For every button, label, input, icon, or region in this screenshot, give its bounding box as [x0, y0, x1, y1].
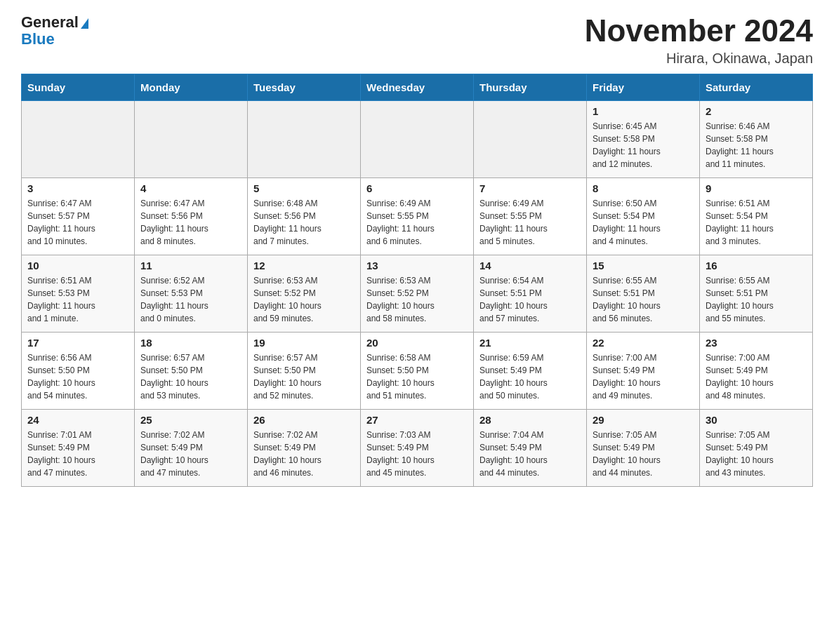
calendar-body: 1Sunrise: 6:45 AM Sunset: 5:58 PM Daylig…	[22, 101, 813, 487]
calendar-cell: 4Sunrise: 6:47 AM Sunset: 5:56 PM Daylig…	[135, 178, 248, 255]
day-number: 9	[706, 182, 807, 194]
calendar-cell: 5Sunrise: 6:48 AM Sunset: 5:56 PM Daylig…	[248, 178, 361, 255]
calendar-cell: 14Sunrise: 6:54 AM Sunset: 5:51 PM Dayli…	[474, 255, 587, 333]
day-info: Sunrise: 7:05 AM Sunset: 5:49 PM Dayligh…	[593, 429, 694, 479]
day-info: Sunrise: 6:55 AM Sunset: 5:51 PM Dayligh…	[593, 274, 694, 325]
day-info: Sunrise: 6:59 AM Sunset: 5:49 PM Dayligh…	[479, 351, 581, 402]
day-info: Sunrise: 6:45 AM Sunset: 5:58 PM Dayligh…	[593, 120, 694, 170]
day-number: 29	[593, 414, 694, 426]
calendar-cell: 11Sunrise: 6:52 AM Sunset: 5:53 PM Dayli…	[135, 255, 248, 333]
day-number: 22	[593, 337, 694, 349]
day-info: Sunrise: 7:01 AM Sunset: 5:49 PM Dayligh…	[27, 429, 128, 479]
calendar-cell: 2Sunrise: 6:46 AM Sunset: 5:58 PM Daylig…	[700, 101, 813, 178]
day-info: Sunrise: 6:47 AM Sunset: 5:57 PM Dayligh…	[27, 197, 128, 248]
col-tuesday: Tuesday	[248, 74, 361, 101]
calendar-week-row: 3Sunrise: 6:47 AM Sunset: 5:57 PM Daylig…	[22, 178, 813, 255]
day-number: 16	[706, 260, 807, 271]
day-info: Sunrise: 6:57 AM Sunset: 5:50 PM Dayligh…	[253, 351, 355, 402]
day-number: 30	[706, 414, 807, 426]
calendar-cell: 25Sunrise: 7:02 AM Sunset: 5:49 PM Dayli…	[135, 410, 248, 487]
day-number: 10	[27, 260, 128, 271]
day-info: Sunrise: 6:51 AM Sunset: 5:53 PM Dayligh…	[27, 274, 128, 325]
day-number: 19	[253, 337, 355, 349]
day-info: Sunrise: 7:02 AM Sunset: 5:49 PM Dayligh…	[253, 429, 355, 479]
day-number: 3	[27, 182, 128, 194]
col-wednesday: Wednesday	[361, 74, 474, 101]
day-number: 5	[253, 182, 355, 194]
calendar-cell: 16Sunrise: 6:55 AM Sunset: 5:51 PM Dayli…	[700, 255, 813, 333]
day-info: Sunrise: 6:51 AM Sunset: 5:54 PM Dayligh…	[706, 197, 807, 248]
calendar-cell	[474, 101, 587, 178]
day-info: Sunrise: 6:47 AM Sunset: 5:56 PM Dayligh…	[140, 197, 241, 248]
calendar-cell: 6Sunrise: 6:49 AM Sunset: 5:55 PM Daylig…	[361, 178, 474, 255]
calendar-week-row: 10Sunrise: 6:51 AM Sunset: 5:53 PM Dayli…	[22, 255, 813, 333]
calendar-cell: 15Sunrise: 6:55 AM Sunset: 5:51 PM Dayli…	[587, 255, 700, 333]
day-number: 15	[593, 260, 694, 271]
day-info: Sunrise: 7:03 AM Sunset: 5:49 PM Dayligh…	[366, 429, 468, 479]
logo: General Blue	[21, 14, 88, 48]
day-info: Sunrise: 7:05 AM Sunset: 5:49 PM Dayligh…	[706, 429, 807, 479]
day-number: 20	[366, 337, 468, 349]
calendar-cell: 9Sunrise: 6:51 AM Sunset: 5:54 PM Daylig…	[700, 178, 813, 255]
calendar-cell: 24Sunrise: 7:01 AM Sunset: 5:49 PM Dayli…	[22, 410, 135, 487]
day-info: Sunrise: 6:57 AM Sunset: 5:50 PM Dayligh…	[140, 351, 241, 402]
day-info: Sunrise: 6:53 AM Sunset: 5:52 PM Dayligh…	[253, 274, 355, 325]
calendar-header-row: Sunday Monday Tuesday Wednesday Thursday…	[22, 74, 813, 101]
day-info: Sunrise: 6:46 AM Sunset: 5:58 PM Dayligh…	[706, 120, 807, 170]
calendar-cell: 23Sunrise: 7:00 AM Sunset: 5:49 PM Dayli…	[700, 333, 813, 410]
calendar-cell	[361, 101, 474, 178]
calendar-cell: 20Sunrise: 6:58 AM Sunset: 5:50 PM Dayli…	[361, 333, 474, 410]
day-info: Sunrise: 7:00 AM Sunset: 5:49 PM Dayligh…	[593, 351, 694, 402]
calendar-week-row: 1Sunrise: 6:45 AM Sunset: 5:58 PM Daylig…	[22, 101, 813, 178]
calendar-table: Sunday Monday Tuesday Wednesday Thursday…	[21, 74, 813, 487]
logo-general-text: General	[21, 14, 88, 31]
location-label: Hirara, Okinawa, Japan	[585, 51, 813, 67]
day-number: 2	[706, 105, 807, 117]
calendar-cell: 10Sunrise: 6:51 AM Sunset: 5:53 PM Dayli…	[22, 255, 135, 333]
day-info: Sunrise: 6:55 AM Sunset: 5:51 PM Dayligh…	[706, 274, 807, 325]
calendar-cell: 8Sunrise: 6:50 AM Sunset: 5:54 PM Daylig…	[587, 178, 700, 255]
calendar-cell	[248, 101, 361, 178]
day-number: 17	[27, 337, 128, 349]
day-number: 12	[253, 260, 355, 271]
calendar-cell: 18Sunrise: 6:57 AM Sunset: 5:50 PM Dayli…	[135, 333, 248, 410]
calendar-cell: 30Sunrise: 7:05 AM Sunset: 5:49 PM Dayli…	[700, 410, 813, 487]
calendar-week-row: 17Sunrise: 6:56 AM Sunset: 5:50 PM Dayli…	[22, 333, 813, 410]
calendar-cell: 3Sunrise: 6:47 AM Sunset: 5:57 PM Daylig…	[22, 178, 135, 255]
day-info: Sunrise: 6:48 AM Sunset: 5:56 PM Dayligh…	[253, 197, 355, 248]
day-info: Sunrise: 6:52 AM Sunset: 5:53 PM Dayligh…	[140, 274, 241, 325]
calendar-cell: 27Sunrise: 7:03 AM Sunset: 5:49 PM Dayli…	[361, 410, 474, 487]
day-number: 4	[140, 182, 241, 194]
day-number: 27	[366, 414, 468, 426]
month-title: November 2024	[585, 14, 813, 48]
page-header: General Blue November 2024 Hirara, Okina…	[21, 14, 813, 67]
day-info: Sunrise: 6:50 AM Sunset: 5:54 PM Dayligh…	[593, 197, 694, 248]
calendar-cell: 22Sunrise: 7:00 AM Sunset: 5:49 PM Dayli…	[587, 333, 700, 410]
calendar-cell: 19Sunrise: 6:57 AM Sunset: 5:50 PM Dayli…	[248, 333, 361, 410]
day-number: 28	[479, 414, 581, 426]
day-info: Sunrise: 7:04 AM Sunset: 5:49 PM Dayligh…	[479, 429, 581, 479]
col-thursday: Thursday	[474, 74, 587, 101]
calendar-cell: 29Sunrise: 7:05 AM Sunset: 5:49 PM Dayli…	[587, 410, 700, 487]
day-number: 8	[593, 182, 694, 194]
calendar-cell: 13Sunrise: 6:53 AM Sunset: 5:52 PM Dayli…	[361, 255, 474, 333]
day-info: Sunrise: 6:49 AM Sunset: 5:55 PM Dayligh…	[366, 197, 468, 248]
calendar-week-row: 24Sunrise: 7:01 AM Sunset: 5:49 PM Dayli…	[22, 410, 813, 487]
day-number: 25	[140, 414, 241, 426]
day-info: Sunrise: 7:02 AM Sunset: 5:49 PM Dayligh…	[140, 429, 241, 479]
day-number: 13	[366, 260, 468, 271]
day-number: 26	[253, 414, 355, 426]
day-info: Sunrise: 6:49 AM Sunset: 5:55 PM Dayligh…	[479, 197, 581, 248]
day-info: Sunrise: 7:00 AM Sunset: 5:49 PM Dayligh…	[706, 351, 807, 402]
calendar-cell: 1Sunrise: 6:45 AM Sunset: 5:58 PM Daylig…	[587, 101, 700, 178]
col-monday: Monday	[135, 74, 248, 101]
title-block: November 2024 Hirara, Okinawa, Japan	[585, 14, 813, 67]
calendar-cell: 26Sunrise: 7:02 AM Sunset: 5:49 PM Dayli…	[248, 410, 361, 487]
calendar-cell: 12Sunrise: 6:53 AM Sunset: 5:52 PM Dayli…	[248, 255, 361, 333]
calendar-cell	[22, 101, 135, 178]
day-number: 11	[140, 260, 241, 271]
day-number: 6	[366, 182, 468, 194]
day-number: 18	[140, 337, 241, 349]
day-number: 24	[27, 414, 128, 426]
col-friday: Friday	[587, 74, 700, 101]
